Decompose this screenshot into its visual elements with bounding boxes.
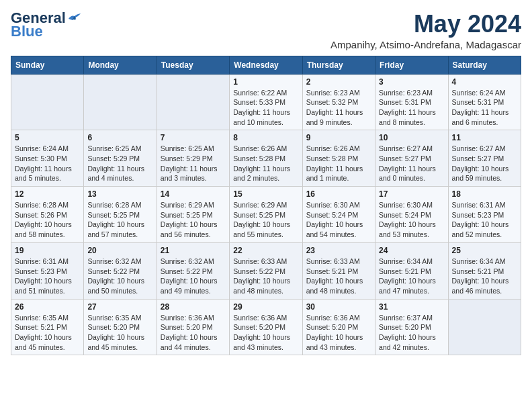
weekday-header: Tuesday — [157, 56, 229, 74]
day-info: Sunrise: 6:26 AMSunset: 5:28 PMDaylight:… — [306, 144, 371, 183]
day-info: Sunrise: 6:36 AMSunset: 5:20 PMDaylight:… — [233, 313, 298, 353]
calendar-week-row: 12Sunrise: 6:28 AMSunset: 5:26 PMDayligh… — [11, 187, 521, 243]
day-number: 21 — [161, 246, 226, 255]
day-info: Sunrise: 6:34 AMSunset: 5:21 PMDaylight:… — [452, 257, 517, 296]
day-info: Sunrise: 6:24 AMSunset: 5:30 PMDaylight:… — [15, 144, 80, 183]
day-info: Sunrise: 6:29 AMSunset: 5:25 PMDaylight:… — [161, 200, 226, 240]
day-info: Sunrise: 6:34 AMSunset: 5:21 PMDaylight:… — [379, 257, 444, 296]
day-number: 8 — [233, 133, 298, 142]
day-info: Sunrise: 6:31 AMSunset: 5:23 PMDaylight:… — [452, 200, 517, 240]
day-info: Sunrise: 6:30 AMSunset: 5:24 PMDaylight:… — [379, 200, 444, 240]
day-info: Sunrise: 6:22 AMSunset: 5:33 PMDaylight:… — [233, 88, 298, 128]
day-number: 14 — [161, 189, 226, 199]
calendar-cell: 5Sunrise: 6:24 AMSunset: 5:30 PMDaylight… — [11, 130, 84, 187]
day-number: 11 — [452, 133, 517, 142]
day-info: Sunrise: 6:28 AMSunset: 5:25 PMDaylight:… — [87, 200, 152, 240]
calendar-cell: 4Sunrise: 6:24 AMSunset: 5:31 PMDaylight… — [448, 74, 521, 130]
calendar-cell: 8Sunrise: 6:26 AMSunset: 5:28 PMDaylight… — [230, 130, 302, 187]
calendar-cell: 27Sunrise: 6:35 AMSunset: 5:20 PMDayligh… — [84, 299, 157, 355]
day-number: 16 — [306, 189, 371, 199]
calendar-cell: 21Sunrise: 6:32 AMSunset: 5:22 PMDayligh… — [157, 242, 229, 299]
day-info: Sunrise: 6:24 AMSunset: 5:31 PMDaylight:… — [452, 88, 517, 128]
day-info: Sunrise: 6:23 AMSunset: 5:31 PMDaylight:… — [379, 88, 444, 128]
calendar-cell: 17Sunrise: 6:30 AMSunset: 5:24 PMDayligh… — [375, 187, 448, 243]
day-number: 6 — [87, 133, 152, 142]
calendar-cell: 10Sunrise: 6:27 AMSunset: 5:27 PMDayligh… — [375, 130, 448, 187]
day-number: 30 — [306, 302, 371, 312]
day-number: 31 — [379, 302, 444, 312]
day-number: 4 — [452, 77, 517, 87]
day-info: Sunrise: 6:31 AMSunset: 5:23 PMDaylight:… — [15, 257, 80, 296]
logo: General Blue — [11, 11, 82, 39]
weekday-header: Saturday — [448, 56, 521, 74]
calendar-cell: 6Sunrise: 6:25 AMSunset: 5:29 PMDaylight… — [84, 130, 157, 187]
subtitle: Ampanihy, Atsimo-Andrefana, Madagascar — [330, 39, 521, 50]
day-number: 23 — [306, 246, 371, 255]
day-number: 2 — [306, 77, 371, 87]
day-number: 18 — [452, 189, 517, 199]
day-info: Sunrise: 6:36 AMSunset: 5:20 PMDaylight:… — [161, 313, 226, 353]
calendar-week-row: 5Sunrise: 6:24 AMSunset: 5:30 PMDaylight… — [11, 130, 521, 187]
calendar-cell: 14Sunrise: 6:29 AMSunset: 5:25 PMDayligh… — [157, 187, 229, 243]
calendar-cell: 30Sunrise: 6:36 AMSunset: 5:20 PMDayligh… — [302, 299, 375, 355]
calendar-cell: 20Sunrise: 6:32 AMSunset: 5:22 PMDayligh… — [84, 242, 157, 299]
calendar-cell: 11Sunrise: 6:27 AMSunset: 5:27 PMDayligh… — [448, 130, 521, 187]
calendar-cell — [448, 299, 521, 355]
day-info: Sunrise: 6:26 AMSunset: 5:28 PMDaylight:… — [233, 144, 298, 183]
day-number: 20 — [87, 246, 152, 255]
calendar-cell: 18Sunrise: 6:31 AMSunset: 5:23 PMDayligh… — [448, 187, 521, 243]
header-row: SundayMondayTuesdayWednesdayThursdayFrid… — [11, 56, 521, 74]
weekday-header: Sunday — [11, 56, 84, 74]
day-number: 9 — [306, 133, 371, 142]
title-area: May 2024 Ampanihy, Atsimo-Andrefana, Mad… — [330, 11, 521, 50]
day-info: Sunrise: 6:37 AMSunset: 5:20 PMDaylight:… — [379, 313, 444, 353]
calendar-cell: 23Sunrise: 6:33 AMSunset: 5:21 PMDayligh… — [302, 242, 375, 299]
calendar-table: SundayMondayTuesdayWednesdayThursdayFrid… — [11, 56, 521, 356]
day-number: 3 — [379, 77, 444, 87]
calendar-cell: 12Sunrise: 6:28 AMSunset: 5:26 PMDayligh… — [11, 187, 84, 243]
day-info: Sunrise: 6:27 AMSunset: 5:27 PMDaylight:… — [379, 144, 444, 183]
calendar-cell — [84, 74, 157, 130]
weekday-header: Wednesday — [230, 56, 302, 74]
day-info: Sunrise: 6:25 AMSunset: 5:29 PMDaylight:… — [161, 144, 226, 183]
calendar-cell: 13Sunrise: 6:28 AMSunset: 5:25 PMDayligh… — [84, 187, 157, 243]
calendar-cell: 2Sunrise: 6:23 AMSunset: 5:32 PMDaylight… — [302, 74, 375, 130]
calendar-cell: 29Sunrise: 6:36 AMSunset: 5:20 PMDayligh… — [230, 299, 302, 355]
calendar-cell: 26Sunrise: 6:35 AMSunset: 5:21 PMDayligh… — [11, 299, 84, 355]
day-number: 27 — [87, 302, 152, 312]
calendar-week-row: 26Sunrise: 6:35 AMSunset: 5:21 PMDayligh… — [11, 299, 521, 355]
calendar-cell: 9Sunrise: 6:26 AMSunset: 5:28 PMDaylight… — [302, 130, 375, 187]
logo-bird-icon — [67, 12, 82, 24]
day-info: Sunrise: 6:32 AMSunset: 5:22 PMDaylight:… — [161, 257, 226, 296]
calendar-cell: 24Sunrise: 6:34 AMSunset: 5:21 PMDayligh… — [375, 242, 448, 299]
calendar-cell — [11, 74, 84, 130]
day-info: Sunrise: 6:33 AMSunset: 5:22 PMDaylight:… — [233, 257, 298, 296]
calendar-cell: 31Sunrise: 6:37 AMSunset: 5:20 PMDayligh… — [375, 299, 448, 355]
calendar-cell: 3Sunrise: 6:23 AMSunset: 5:31 PMDaylight… — [375, 74, 448, 130]
day-number: 10 — [379, 133, 444, 142]
day-info: Sunrise: 6:23 AMSunset: 5:32 PMDaylight:… — [306, 88, 371, 128]
logo-blue: Blue — [11, 24, 43, 39]
day-info: Sunrise: 6:29 AMSunset: 5:25 PMDaylight:… — [233, 200, 298, 240]
calendar-cell: 15Sunrise: 6:29 AMSunset: 5:25 PMDayligh… — [230, 187, 302, 243]
calendar-cell: 22Sunrise: 6:33 AMSunset: 5:22 PMDayligh… — [230, 242, 302, 299]
calendar-cell — [157, 74, 229, 130]
day-info: Sunrise: 6:33 AMSunset: 5:21 PMDaylight:… — [306, 257, 371, 296]
day-info: Sunrise: 6:36 AMSunset: 5:20 PMDaylight:… — [306, 313, 371, 353]
day-number: 28 — [161, 302, 226, 312]
day-number: 1 — [233, 77, 298, 87]
day-number: 12 — [15, 189, 80, 199]
header: General Blue May 2024 Ampanihy, Atsimo-A… — [11, 11, 521, 50]
day-number: 19 — [15, 246, 80, 255]
calendar-cell: 28Sunrise: 6:36 AMSunset: 5:20 PMDayligh… — [157, 299, 229, 355]
calendar-cell: 16Sunrise: 6:30 AMSunset: 5:24 PMDayligh… — [302, 187, 375, 243]
calendar-cell: 7Sunrise: 6:25 AMSunset: 5:29 PMDaylight… — [157, 130, 229, 187]
day-number: 5 — [15, 133, 80, 142]
day-info: Sunrise: 6:28 AMSunset: 5:26 PMDaylight:… — [15, 200, 80, 240]
weekday-header: Friday — [375, 56, 448, 74]
weekday-header: Monday — [84, 56, 157, 74]
day-number: 26 — [15, 302, 80, 312]
day-info: Sunrise: 6:32 AMSunset: 5:22 PMDaylight:… — [87, 257, 152, 296]
day-number: 22 — [233, 246, 298, 255]
calendar-cell: 1Sunrise: 6:22 AMSunset: 5:33 PMDaylight… — [230, 74, 302, 130]
